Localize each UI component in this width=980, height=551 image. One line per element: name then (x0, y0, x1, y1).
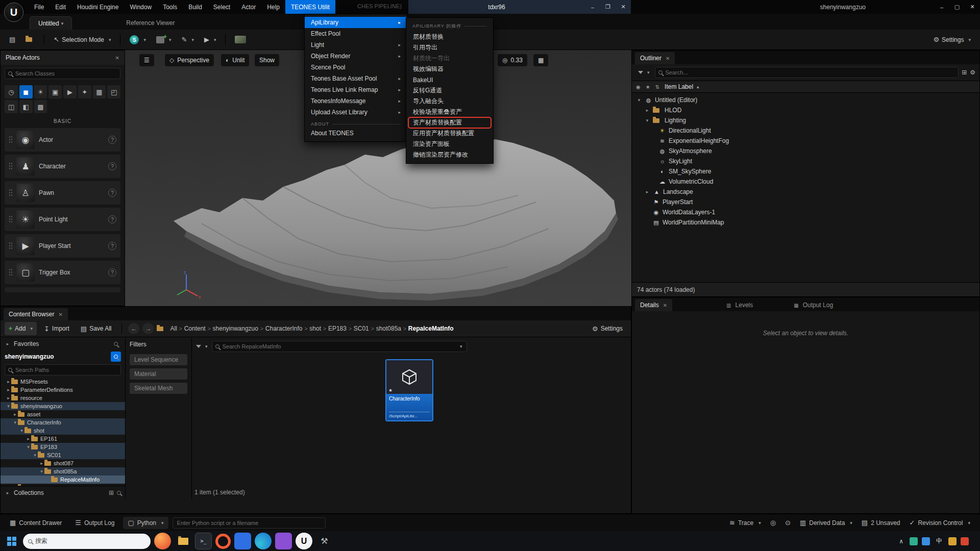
submenu-item-apply-asset-material-replace-config[interactable]: 应用资产材质替换配置 (406, 128, 493, 139)
outliner-row-lighting[interactable]: ▾Lighting (632, 115, 979, 126)
insights-button[interactable]: ◎ (766, 517, 780, 529)
outliner-search-input[interactable] (666, 69, 959, 76)
breadcrumb-shot085a[interactable]: shot085a (375, 325, 402, 332)
place-actor-item-actor[interactable]: ◉ Actor ? (5, 128, 120, 152)
substance-tool-dropdown[interactable]: S ▾ (126, 33, 150, 46)
submenu-item-render-asset-panel[interactable]: 渲染资产面板 (406, 139, 493, 149)
browse-content-button[interactable] (21, 33, 39, 46)
unsaved-button[interactable]: ▤ 2 Unsaved (857, 517, 905, 529)
tree-asset[interactable]: ▸asset (1, 410, 125, 418)
menu-window[interactable]: Window (124, 0, 157, 14)
unreal-engine-logo-icon[interactable]: U (4, 3, 23, 22)
drag-handle-icon[interactable] (9, 215, 12, 223)
submenu-item-validate-overlapping-assets[interactable]: 校验场景重叠资产 (406, 107, 493, 117)
content-drawer-button[interactable]: ▦ Content Drawer (5, 517, 66, 529)
window-minimize-button[interactable]: – (934, 0, 949, 14)
menu-item-about-teones[interactable]: About TEONES (305, 128, 407, 139)
camera-speed-control[interactable]: ◎ 0.33 (498, 54, 527, 66)
help-icon[interactable]: ? (108, 242, 116, 250)
taskbar-search-box[interactable]: 搜索 (23, 534, 151, 549)
submenu-item-layer-material-replace[interactable]: 层材质替换 (406, 32, 493, 42)
category-recent-icon[interactable]: ◷ (5, 85, 18, 98)
submenu-item-undo-render-layer-asset-changes[interactable]: 撤销渲染层资产修改 (406, 149, 493, 160)
search-classes-input[interactable] (15, 70, 120, 77)
tab-details[interactable]: Details ✕ (635, 299, 672, 311)
show-dropdown[interactable]: Show (255, 54, 279, 66)
tree-shot085a[interactable]: ▾shot085a (1, 467, 125, 475)
tray-expand-icon[interactable]: ∧ (895, 538, 908, 545)
help-icon[interactable]: ? (108, 215, 116, 223)
edge-icon[interactable] (255, 533, 272, 549)
purple-app-icon[interactable] (275, 533, 292, 549)
forward-button[interactable]: → (142, 323, 154, 334)
menu-item-light[interactable]: Light ▸ (305, 39, 407, 51)
path-search-toggle-button[interactable] (111, 352, 121, 362)
breadcrumb-all[interactable]: All (169, 325, 178, 332)
submenu-item-invert-g-channel[interactable]: 反转G通道 (406, 85, 493, 96)
breadcrumb-content[interactable]: Content (183, 325, 207, 332)
menu-edit[interactable]: Edit (50, 0, 71, 14)
breadcrumb-characterinfo[interactable]: CharacterInfo (264, 325, 304, 332)
maximize-viewport-button[interactable]: ▦ (533, 54, 548, 66)
breadcrumb-sc01[interactable]: SC01 (353, 325, 370, 332)
help-icon[interactable]: ? (108, 268, 116, 277)
save-all-button[interactable]: ▤ Save All (77, 322, 116, 335)
menu-item-effect-pool[interactable]: Effect Pool (305, 28, 407, 39)
asset-tile-characterinfo[interactable]: ★ CharacterInfo /Script/ApiLibr... (385, 359, 433, 421)
viewport-menu-button[interactable]: ☰ (139, 54, 154, 66)
menu-houdini-engine[interactable]: Houdini Engine (71, 0, 124, 14)
pin-column-star-icon[interactable]: ★ (646, 84, 650, 90)
window-maximize-button[interactable]: ▢ (949, 0, 965, 14)
outliner-row-minimap[interactable]: ▤WorldPartitionMiniMap (632, 217, 979, 228)
cinematics-dropdown[interactable]: ▶ ▾ (200, 33, 220, 46)
place-actor-item-point-light[interactable]: ☀ Point Light ? (5, 208, 120, 231)
add-button[interactable]: + Add ▾ (5, 322, 37, 335)
outliner-row-world[interactable]: ▾◍Untitled (Editor) (632, 95, 979, 105)
outliner-filter-button[interactable]: ▾ (636, 70, 652, 75)
expand-icon[interactable]: ▸ (5, 341, 11, 346)
close-icon[interactable]: ✕ (115, 55, 119, 61)
search-icon[interactable] (117, 491, 121, 495)
breadcrumb-repalcematinfo[interactable]: RepalceMatInfo (407, 325, 455, 332)
tree-parameterdefinitions[interactable]: ▸ParameterDefinitions (1, 386, 125, 394)
tree-ep183[interactable]: ▾EP183 (1, 443, 125, 451)
tree-shenyinwangzuo[interactable]: ▾shenyinwangzuo (1, 402, 125, 410)
tree-shot[interactable]: ▾shot (1, 427, 125, 435)
expand-icon[interactable]: ▾ (32, 453, 38, 458)
help-icon[interactable]: ? (108, 189, 116, 197)
expand-icon[interactable]: ▸ (6, 395, 11, 400)
expand-icon[interactable]: ▸ (644, 108, 650, 113)
menu-select[interactable]: Select (208, 0, 236, 14)
menu-item-upload-asset-library[interactable]: Upload Asset Library ▸ (305, 107, 407, 118)
search-paths-input[interactable] (15, 367, 120, 373)
tab-output-log[interactable]: ▦ Output Log (789, 299, 838, 311)
filter-material[interactable]: Material (130, 368, 187, 380)
tree-characterinfo[interactable]: ▾CharacterInfo (1, 418, 125, 427)
drag-handle-icon[interactable] (9, 189, 12, 197)
save-button[interactable]: ▤ (5, 33, 19, 46)
category-lights-icon[interactable]: ☀ (34, 85, 47, 98)
file-explorer-icon[interactable] (175, 533, 191, 549)
menu-file[interactable]: File (29, 0, 50, 14)
menu-item-teones-live-link-remap[interactable]: Teones Live Link Remap ▸ (305, 84, 407, 95)
window-close-button[interactable]: ✕ (965, 0, 980, 14)
expand-icon[interactable]: ▾ (19, 428, 24, 433)
snapshot-button[interactable]: ⊙ (780, 517, 795, 529)
expand-icon[interactable]: ▾ (12, 420, 18, 425)
tray-notification-icon[interactable] (961, 537, 969, 545)
tree-shot087[interactable]: ▸shot087 (1, 459, 125, 467)
outliner-row-landscape[interactable]: ▸▲Landscape (632, 187, 979, 197)
expand-icon[interactable]: ▸ (5, 490, 11, 495)
unreal-editor-taskbar-icon[interactable]: U (296, 533, 312, 549)
breadcrumb-shenyinwangzuo[interactable]: shenyinwangzuo (212, 325, 259, 332)
view-mode-dropdown[interactable]: ◐ Unlit (221, 54, 249, 66)
outliner-settings-icon[interactable]: ⚙ (970, 69, 975, 76)
expand-icon[interactable]: ▸ (6, 387, 11, 392)
drag-handle-icon[interactable] (9, 242, 12, 250)
drag-handle-icon[interactable] (9, 268, 12, 277)
settings-dropdown[interactable]: ⚙ Settings ▾ (929, 33, 975, 46)
remote-restore-button[interactable]: ❐ (600, 0, 616, 14)
menu-item-object-render[interactable]: Object Render ▸ (305, 51, 407, 62)
breadcrumb-ep183[interactable]: EP183 (327, 325, 348, 332)
breadcrumb-shot[interactable]: shot (308, 325, 322, 332)
